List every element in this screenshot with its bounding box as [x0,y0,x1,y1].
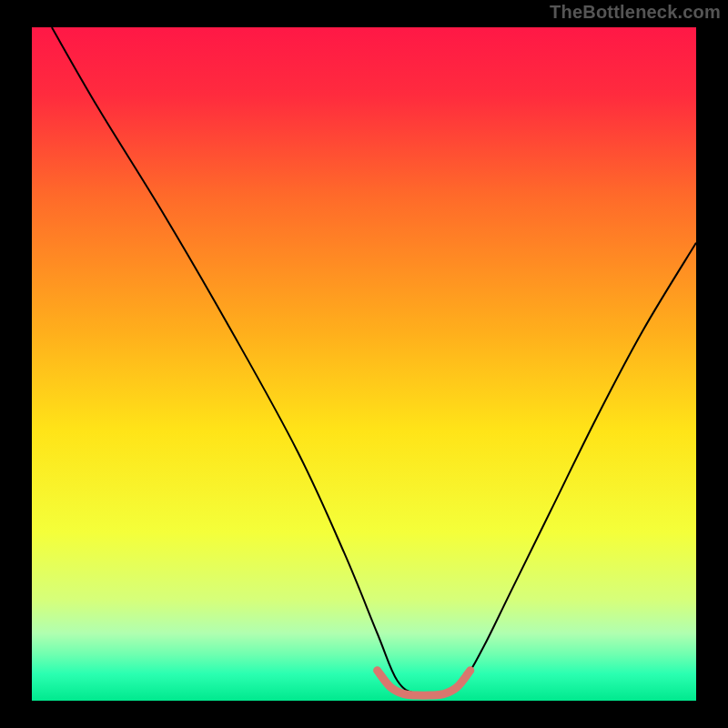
chart-frame: TheBottleneck.com [0,0,728,728]
watermark-text: TheBottleneck.com [550,2,721,23]
bottleneck-chart [0,0,728,728]
